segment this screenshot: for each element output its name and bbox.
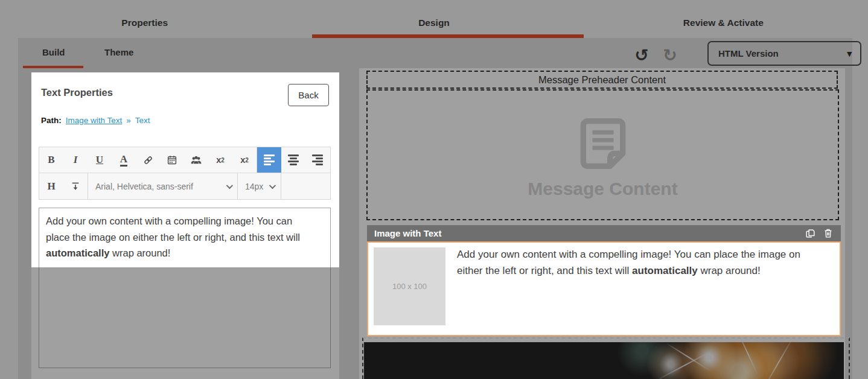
- block-text-bold: automatically: [632, 265, 698, 276]
- align-left-icon: [264, 154, 275, 165]
- preheader-block[interactable]: Message Preheader Content: [366, 71, 838, 89]
- trash-icon[interactable]: [823, 228, 834, 239]
- chevron-down-icon: [269, 182, 276, 188]
- font-size-dropdown[interactable]: 14px: [238, 173, 281, 199]
- breadcrumb: Path: Image with Text » Text: [41, 116, 150, 125]
- font-family-value: Arial, Helvetica, sans-serif: [95, 182, 193, 191]
- path-label: Path:: [41, 116, 62, 125]
- align-center-button[interactable]: [281, 147, 305, 173]
- block-text-line2-rest: wrap around!: [698, 265, 761, 276]
- duplicate-icon[interactable]: [805, 228, 816, 239]
- document-icon: [580, 118, 626, 169]
- underline-button[interactable]: U: [88, 147, 112, 173]
- block-text-line1: Add your own content with a compelling i…: [457, 249, 800, 260]
- superscript-button[interactable]: x2: [208, 147, 232, 173]
- build-tab-underline: [23, 66, 83, 68]
- line-height-button[interactable]: [63, 173, 88, 199]
- image-with-text-block[interactable]: 100 x 100 Add your own content with a co…: [367, 241, 841, 336]
- align-center-icon: [288, 154, 299, 165]
- arrow-down-from-bar-icon: [70, 181, 81, 192]
- align-right-button[interactable]: [305, 147, 330, 173]
- users-icon: [190, 154, 202, 165]
- path-current-text: Text: [135, 116, 150, 125]
- image-with-text-header[interactable]: Image with Text: [367, 225, 841, 241]
- message-content-dropzone[interactable]: Message Content: [366, 89, 839, 220]
- insert-date-button[interactable]: [160, 147, 184, 173]
- message-content-label: Message Content: [528, 179, 677, 199]
- text-content-editor[interactable]: Add your own content with a compelling i…: [39, 208, 331, 368]
- editor-line2: place the image on either the left or ri…: [46, 232, 300, 243]
- italic-button[interactable]: I: [63, 147, 88, 173]
- text-color-button[interactable]: A: [112, 147, 136, 173]
- bold-button[interactable]: B: [39, 147, 63, 173]
- subscript-button[interactable]: x2: [232, 147, 257, 173]
- font-family-dropdown[interactable]: Arial, Helvetica, sans-serif: [88, 173, 238, 199]
- tab-properties[interactable]: Properties: [0, 0, 289, 38]
- tab-build[interactable]: Build: [42, 38, 65, 66]
- top-nav: Properties Design Review & Activate: [0, 0, 868, 38]
- font-size-value: 14px: [245, 182, 263, 191]
- heading-button[interactable]: H: [39, 173, 63, 199]
- chevron-down-icon: ▾: [847, 48, 852, 59]
- preheader-label: Message Preheader Content: [538, 74, 666, 86]
- link-button[interactable]: [136, 147, 160, 173]
- image-placeholder-label: 100 x 100: [392, 282, 427, 291]
- back-button[interactable]: Back: [288, 84, 329, 106]
- sparkler-photo[interactable]: [364, 342, 844, 379]
- html-version-label: HTML Version: [718, 48, 779, 59]
- tab-theme[interactable]: Theme: [104, 38, 133, 66]
- tab-review-activate[interactable]: Review & Activate: [579, 0, 868, 38]
- chevron-down-icon: [226, 182, 233, 188]
- align-right-icon: [312, 154, 323, 165]
- editor-bold-word: automatically: [46, 247, 109, 258]
- block-text[interactable]: Add your own content with a compelling i…: [457, 246, 834, 279]
- redo-icon[interactable]: ↻: [659, 43, 681, 66]
- merge-field-button[interactable]: [184, 147, 208, 173]
- undo-icon[interactable]: ↺: [630, 43, 653, 66]
- panel-title: Text Properties: [41, 87, 113, 98]
- block-title: Image with Text: [374, 228, 441, 238]
- block-text-line2: either the left or right, and this text …: [457, 265, 632, 276]
- rich-text-toolbar: B I U A: [39, 147, 331, 200]
- text-properties-panel: Text Properties Back Path: Image with Te…: [31, 72, 339, 379]
- html-version-dropdown[interactable]: HTML Version ▾: [707, 41, 861, 66]
- path-link-image-with-text[interactable]: Image with Text: [66, 116, 123, 125]
- editor-line1: Add your own content with a compelling i…: [46, 215, 292, 226]
- calendar-icon: [167, 154, 177, 165]
- email-builder-app: Properties Design Review & Activate Buil…: [0, 0, 868, 379]
- editor-line3-rest: wrap around!: [109, 247, 170, 258]
- tab-design[interactable]: Design: [289, 0, 578, 38]
- breadcrumb-separator: »: [126, 116, 131, 125]
- align-left-button[interactable]: [257, 147, 281, 173]
- link-icon: [142, 154, 154, 166]
- image-placeholder[interactable]: 100 x 100: [374, 247, 445, 325]
